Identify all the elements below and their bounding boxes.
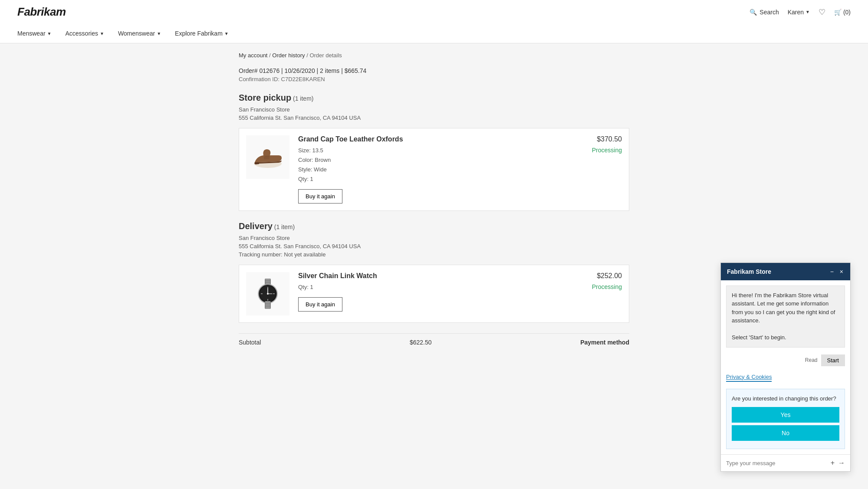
cart-button[interactable]: 🛒 (0) [834,9,851,16]
product-status-1: Processing [592,147,622,154]
chatbot-body: Hi there! I'm the Fabrikam Store virtual… [721,280,850,360]
confirmation-id: Confirmation ID: C7D22E8KAREN [239,76,629,82]
store-pickup-count: (1 item) [293,95,313,102]
chatbot-close-button[interactable]: × [839,269,844,275]
tracking-number: Tracking number: Not yet available [239,251,629,258]
store-pickup-name: San Francisco Store [239,106,629,113]
chatbot-header: Fabrikam Store − × [721,263,850,280]
breadcrumb-order-history[interactable]: Order history [272,52,305,59]
cart-icon: 🛒 [834,9,842,16]
subtotal-label: Subtotal [239,339,261,346]
delivery-count: (1 item) [274,223,295,230]
breadcrumb-order-details: Order details [309,52,342,59]
product-size-1: Size: 13.5 [298,146,561,155]
breadcrumb: My account / Order history / Order detai… [239,52,629,59]
store-pickup-section: Store pickup (1 item) San Francisco Stor… [239,93,629,121]
nav-accessories[interactable]: Accessories ▼ [66,30,104,37]
subtotal-amount: $622.50 [410,339,432,346]
breadcrumb-my-account[interactable]: My account [239,52,267,59]
logo[interactable]: Fabrikam [17,5,66,19]
chatbot-start-button[interactable]: Start [821,354,845,360]
delivery-store-name: San Francisco Store [239,235,629,241]
search-button[interactable]: 🔍 Search [750,9,779,16]
heart-icon: ♡ [819,8,825,16]
search-icon: 🔍 [750,9,757,16]
chatbot-title: Fabrikam Store [727,268,771,275]
chevron-down-icon: ▼ [157,31,161,36]
watch-illustration [250,276,285,311]
product-status-2: Processing [592,283,622,290]
order-total: $665.74 [345,67,367,74]
header: Fabrikam 🔍 Search Karen ▼ ♡ 🛒 (0) [0,0,868,43]
buy-again-button-1[interactable]: Buy it again [298,189,342,203]
store-pickup-title: Store pickup [239,93,291,102]
main-content: My account / Order history / Order detai… [221,43,647,360]
chatbot-widget: Fabrikam Store − × Hi there! I'm the Fab… [720,263,851,360]
product-card-1: Grand Cap Toe Leather Oxfords Size: 13.5… [239,128,629,211]
chatbot-minimize-button[interactable]: − [829,269,835,275]
product-details-2: Silver Chain Link Watch Qty: 1 Buy it ag… [298,272,561,312]
chatbot-greeting-text: Hi there! I'm the Fabrikam Store virtual… [732,291,839,325]
product-color-1: Color: Brown [298,155,561,165]
shoe-illustration [250,140,285,174]
order-date: 10/26/2020 [285,67,315,74]
chatbot-read-label: Read [805,357,818,360]
product-price-2: $252.00 [597,272,622,280]
order-info: Order# 012676 | 10/26/2020 | 2 items | $… [239,67,629,82]
product-image-1 [246,135,289,179]
wishlist-button[interactable]: ♡ [819,7,825,17]
product-details-1: Grand Cap Toe Leather Oxfords Size: 13.5… [298,135,561,203]
payment-method-label: Payment method [580,339,629,346]
chatbot-greeting-bubble: Hi there! I'm the Fabrikam Store virtual… [726,286,845,348]
product-name-1: Grand Cap Toe Leather Oxfords [298,135,561,143]
chatbot-start-instruction: Select 'Start' to begin. [732,333,839,342]
chevron-down-icon: ▼ [224,31,229,36]
product-qty-2: Qty: 1 [298,282,561,292]
product-style-1: Style: Wide [298,165,561,174]
main-nav: Menswear ▼ Accessories ▼ Womenswear ▼ Ex… [17,24,851,43]
product-image-2 [246,272,289,315]
nav-explore[interactable]: Explore Fabrikam ▼ [175,30,229,37]
order-number: Order# 012676 [239,67,279,74]
product-name-2: Silver Chain Link Watch [298,272,561,280]
product-qty-1: Qty: 1 [298,174,561,184]
delivery-title: Delivery [239,221,273,231]
product-card-2: Silver Chain Link Watch Qty: 1 Buy it ag… [239,265,629,323]
svg-point-15 [267,293,269,295]
order-summary-row: Subtotal $622.50 Payment method [239,333,629,351]
nav-menswear[interactable]: Menswear ▼ [17,30,52,37]
order-item-count: 2 items [320,67,339,74]
store-pickup-address: 555 California St. San Francisco, CA 941… [239,115,629,121]
product-right-1: $370.50 Processing [570,135,622,154]
chevron-down-icon: ▼ [100,31,104,36]
user-menu-button[interactable]: Karen ▼ [788,9,810,16]
buy-again-button-2[interactable]: Buy it again [298,297,342,312]
chevron-down-icon: ▼ [806,10,810,14]
delivery-section: Delivery (1 item) San Francisco Store 55… [239,221,629,258]
nav-womenswear[interactable]: Womenswear ▼ [118,30,161,37]
header-actions: 🔍 Search Karen ▼ ♡ 🛒 (0) [750,7,851,17]
product-right-2: $252.00 Processing [570,272,622,290]
chevron-down-icon: ▼ [47,31,52,36]
chatbot-read-start: Read Start [726,353,845,360]
product-price-1: $370.50 [597,135,622,143]
delivery-address: 555 California St. San Francisco, CA 941… [239,243,629,249]
